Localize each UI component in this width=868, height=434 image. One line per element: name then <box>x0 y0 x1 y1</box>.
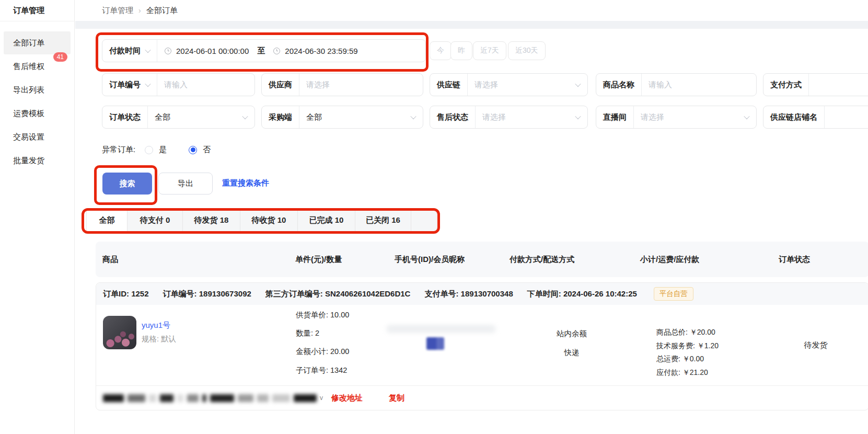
tab-pending-receipt[interactable]: 待收货 10 <box>240 209 298 232</box>
sidebar-item-export-list[interactable]: 导出列表 <box>4 78 71 101</box>
quick-range-7days-button[interactable]: 近7天 <box>473 41 506 60</box>
content-panel: 付款时间 2024-06-01 00:00:00 至 2024-06-30 23… <box>75 29 868 434</box>
chevron-down-icon <box>575 81 581 87</box>
order-status-tabbar: 全部 待支付 0 待发货 18 待收货 10 已完成 10 已关闭 16 <box>86 209 437 232</box>
tab-all[interactable]: 全部 <box>87 209 128 232</box>
order-id: 订单ID: 1252 <box>103 289 149 299</box>
sidebar-item-batch-ship[interactable]: 批量发货 <box>4 149 71 172</box>
tech-service-fee: 技术服务费: ￥1.20 <box>656 339 719 353</box>
column-header-payment: 付款方式/配送方式 <box>510 242 574 277</box>
supplier-select[interactable]: 请选择 <box>299 80 423 90</box>
chevron-down-icon <box>242 113 248 119</box>
sidebar-item-label: 交易设置 <box>13 132 44 142</box>
tab-closed[interactable]: 已关闭 16 <box>355 209 411 232</box>
order-status-label: 订单状态 <box>102 112 147 122</box>
end-date-value: 2024-06-30 23:59:59 <box>285 47 357 55</box>
divider <box>808 74 809 96</box>
after-sale-status-filter[interactable]: 售后状态 请选择 <box>430 106 588 129</box>
purchase-end-filter[interactable]: 采购端 全部 <box>261 106 423 129</box>
amount-payable: 应付款: ￥21.20 <box>656 366 719 380</box>
payment-number: 支付单号: 189130700348 <box>424 289 513 299</box>
after-sale-status-select[interactable]: 请选择 <box>476 112 576 122</box>
chevron-down-icon <box>410 113 416 119</box>
quick-range-today-button[interactable]: 今 <box>430 41 452 60</box>
address-row: v 修改地址 复制 <box>96 385 868 410</box>
divider <box>824 106 825 128</box>
product-name-link[interactable]: yuyu1号 <box>142 321 170 330</box>
date-range-to-label: 至 <box>256 46 266 56</box>
tab-pending-payment[interactable]: 待支付 0 <box>128 209 183 232</box>
abnormal-order-label: 异常订单: <box>102 145 135 155</box>
live-room-select[interactable]: 请选择 <box>634 112 745 122</box>
live-room-filter[interactable]: 直播间 请选择 <box>596 106 757 129</box>
product-name-filter[interactable]: 商品名称 请输入 <box>596 73 757 96</box>
order-table-header: 商品 单件(元)/数量 手机号(ID)/会员昵称 付款方式/配送方式 小计/运费… <box>96 242 868 277</box>
order-status-select[interactable]: 全部 <box>148 112 243 122</box>
search-button[interactable]: 搜索 <box>102 173 152 195</box>
purchase-end-select[interactable]: 全部 <box>299 112 411 122</box>
quantity: 数量: 2 <box>296 328 319 338</box>
sidebar-item-label: 运费模板 <box>13 109 44 119</box>
abnormal-yes-radio[interactable] <box>145 146 153 154</box>
order-management-page: 订单管理 全部订单 售后维权 41 导出列表 运费模板 交易设置 批量发货 <box>0 0 868 434</box>
supply-chain-shop-filter[interactable]: 供应链店铺名 <box>763 106 868 129</box>
order-created-time: 下单时间: 2024-06-26 10:42:25 <box>527 289 637 299</box>
copy-link[interactable]: 复制 <box>389 393 404 403</box>
sidebar-item-trade-settings[interactable]: 交易设置 <box>4 125 71 149</box>
live-room-label: 直播间 <box>596 112 633 122</box>
page-divider-band <box>75 21 868 29</box>
product-name-input[interactable]: 请输入 <box>642 80 756 90</box>
supply-chain-filter[interactable]: 供应链 请选择 <box>430 73 588 96</box>
product-thumbnail[interactable] <box>103 316 136 349</box>
abnormal-no-label[interactable]: 否 <box>203 145 211 155</box>
supplier-filter[interactable]: 供应商 请选择 <box>261 73 423 96</box>
tab-pending-shipment[interactable]: 待发货 18 <box>183 209 240 232</box>
product-name-label: 商品名称 <box>596 80 641 90</box>
pay-method-label: 支付方式 <box>763 80 808 90</box>
supply-unit-price: 供货单价: 10.00 <box>296 310 349 320</box>
column-header-subtotal: 小计/运费/应付款 <box>640 242 699 277</box>
sidebar-header: 订单管理 <box>0 0 74 21</box>
breadcrumb-root[interactable]: 订单管理 <box>102 6 133 16</box>
quick-range-30days-button[interactable]: 近30天 <box>508 41 546 60</box>
clock-icon <box>273 48 280 54</box>
tab-completed[interactable]: 已完成 10 <box>298 209 355 232</box>
chevron-down-icon <box>145 47 151 53</box>
sidebar-item-after-sale[interactable]: 售后维权 41 <box>4 55 71 78</box>
abnormal-no-radio[interactable] <box>189 146 197 154</box>
breadcrumb-current: 全部订单 <box>146 6 178 16</box>
order-status-filter[interactable]: 订单状态 全部 <box>102 106 255 129</box>
delivery-method: 快递 <box>525 348 619 358</box>
member-nickname-redacted <box>386 325 496 333</box>
address-redacted <box>103 394 317 402</box>
supply-chain-shop-label: 供应链店铺名 <box>763 112 824 122</box>
reset-search-link[interactable]: 重置搜索条件 <box>222 178 269 188</box>
time-field-select[interactable]: 付款时间 <box>102 46 157 56</box>
order-card: 订单ID: 1252 订单编号: 189130673092 第三方订单编号: S… <box>96 282 868 410</box>
end-date-input[interactable]: 2024-06-30 23:59:59 <box>266 47 365 55</box>
supply-chain-select[interactable]: 请选择 <box>468 80 576 90</box>
payment-time-filter[interactable]: 付款时间 2024-06-01 00:00:00 至 2024-06-30 23… <box>102 39 426 62</box>
column-header-member: 手机号(ID)/会员昵称 <box>395 242 465 277</box>
pay-method-filter[interactable]: 支付方式 <box>763 73 868 96</box>
goods-total: 商品总价: ￥20.00 <box>656 326 719 339</box>
edit-address-link[interactable]: 修改地址 <box>331 393 363 403</box>
sidebar-item-freight-template[interactable]: 运费模板 <box>4 102 71 125</box>
sidebar-item-label: 全部订单 <box>13 38 44 48</box>
quick-range-yesterday-button[interactable]: 昨 <box>450 41 472 60</box>
sidebar-item-all-orders[interactable]: 全部订单 <box>4 31 71 54</box>
abnormal-yes-label[interactable]: 是 <box>159 145 167 155</box>
order-no-filter[interactable]: 订单编号 请输入 <box>102 73 255 96</box>
member-avatar-redacted <box>426 337 444 350</box>
total-freight: 总运费: ￥0.00 <box>656 352 719 366</box>
after-sale-status-label: 售后状态 <box>430 112 475 122</box>
column-header-product: 商品 <box>102 242 118 277</box>
platform-self-operated-tag: 平台自营 <box>654 287 693 301</box>
export-button[interactable]: 导出 <box>158 173 213 195</box>
order-no-input[interactable]: 请输入 <box>157 80 254 90</box>
start-date-input[interactable]: 2024-06-01 00:00:00 <box>157 47 256 55</box>
chevron-down-icon <box>145 81 151 87</box>
order-no-field-select[interactable]: 订单编号 <box>102 80 157 90</box>
chevron-down-icon <box>744 113 749 119</box>
abnormal-order-row: 异常订单: 是 否 <box>102 145 211 155</box>
